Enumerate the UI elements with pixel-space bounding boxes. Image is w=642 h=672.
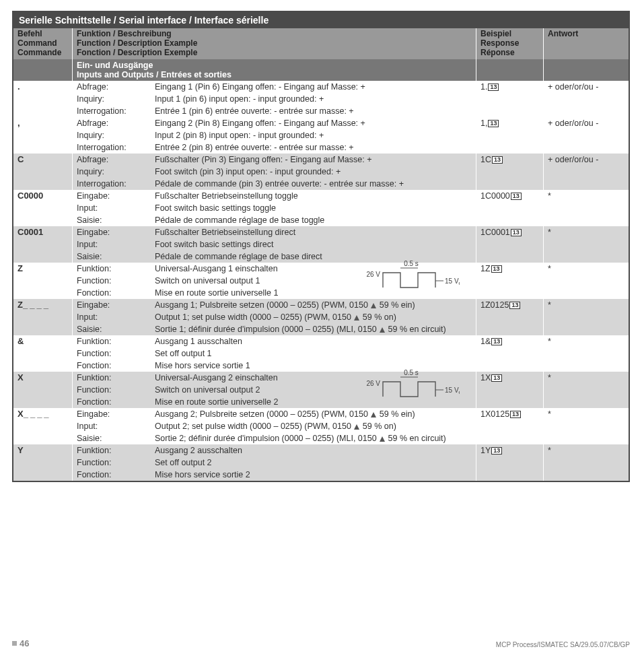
cell-answer	[544, 202, 629, 214]
cell-answer	[544, 287, 629, 299]
cell-command: &	[13, 335, 73, 347]
function-label: Eingabe:	[77, 300, 155, 310]
cell-example: 1,13	[476, 117, 544, 129]
cell-function: Abfrage:Eingang 1 (Pin 6) Eingang offen:…	[73, 81, 476, 93]
function-label: Abfrage:	[77, 81, 155, 92]
cell-command: Y	[13, 444, 73, 457]
function-description: Input 2 (pin 8) input open: - input grou…	[155, 130, 472, 141]
cell-command: ,	[13, 117, 73, 129]
cell-answer	[544, 250, 629, 263]
triangle-equals-icon	[380, 436, 385, 442]
function-label: Function:	[77, 275, 155, 286]
function-label: Funktion:	[77, 445, 155, 456]
cell-answer: + oder/or/ou -	[544, 117, 629, 129]
cell-function: Interrogation:Entrée 2 (pin 8) entrée ou…	[73, 141, 476, 154]
function-description: Fußschalter Betriebseinstellung direct	[155, 227, 472, 238]
cell-example	[476, 105, 544, 117]
footer-right: MCP Process/ISMATEC SA/29.05.07/CB/GP	[496, 641, 630, 648]
carriage-return-icon: 13	[511, 229, 522, 236]
cell-function: Funktion:Ausgang 2 ausschalten	[73, 444, 476, 457]
cell-function: Funktion:Ausgang 1 ausschalten	[73, 335, 476, 347]
function-description: Foot switch basic settings direct	[155, 239, 472, 250]
cell-command	[13, 469, 73, 481]
table-row: C0000Eingabe:Fußschalter Betriebseinstel…	[13, 190, 629, 202]
function-description: Output 2; set pulse width (0000 – 0255) …	[155, 421, 472, 432]
function-description: Sortie 1; définir durée d'impulsion (000…	[155, 324, 472, 335]
cell-answer	[544, 469, 629, 481]
table-row: X____Eingabe:Ausgang 2; Pulsbreite setze…	[13, 408, 629, 420]
cell-answer: + oder/or/ou -	[544, 154, 629, 166]
cell-function: Fonction:Mise en route sortie universell…	[73, 287, 476, 299]
function-label: Function:	[77, 384, 155, 395]
function-label: Saisie:	[77, 251, 155, 262]
cell-example	[476, 457, 544, 469]
function-label: Function:	[77, 457, 155, 468]
function-description: Entrée 1 (pin 6) entrée ouverte: - entré…	[155, 106, 472, 116]
function-label: Saisie:	[77, 324, 155, 335]
page-footer: 46 MCP Process/ISMATEC SA/29.05.07/CB/GP	[12, 638, 630, 648]
svg-text:0.5 s: 0.5 s	[404, 369, 419, 376]
cell-example	[476, 250, 544, 263]
function-label: Eingabe:	[77, 409, 155, 419]
function-description: Ausgang 2; Pulsbreite setzen (0000 – 025…	[155, 409, 472, 419]
cell-example	[476, 141, 544, 154]
table-row: Fonction:Mise hors service sortie 1	[13, 360, 629, 372]
carriage-return-icon: 13	[491, 447, 502, 455]
triangle-equals-icon	[371, 303, 376, 308]
cell-example	[476, 420, 544, 432]
triangle-equals-icon	[380, 327, 385, 333]
cell-function: Abfrage:Fußschalter (Pin 3) Eingang offe…	[73, 154, 476, 166]
cell-answer	[544, 311, 629, 323]
table-row: Fonction:Mise hors service sortie 2	[13, 469, 629, 481]
table-row: YFunktion:Ausgang 2 ausschalten1Y13*	[13, 444, 629, 457]
function-description: Ausgang 2 ausschalten	[155, 445, 472, 456]
function-label: Funktion:	[77, 263, 155, 274]
table-row: Fonction:Mise en route sortie universell…	[13, 396, 629, 408]
function-label: Saisie:	[77, 433, 155, 444]
function-label: Interrogation:	[77, 142, 155, 153]
cell-command: X	[13, 372, 73, 384]
function-description: Input 1 (pin 6) input open: - input grou…	[155, 94, 472, 104]
cell-example	[476, 238, 544, 250]
table-row: Function:Switch on universal output 1	[13, 275, 629, 287]
table-row: Input:Output 2; set pulse width (0000 – …	[13, 420, 629, 432]
carriage-return-icon: 13	[510, 411, 521, 418]
cell-example: 1C000013	[476, 190, 544, 202]
cell-function: Abfrage:Eingang 2 (Pin 8) Eingang offen:…	[73, 117, 476, 129]
cell-example	[476, 178, 544, 190]
cell-command: .	[13, 81, 73, 93]
header-command: Befehl Command Commande	[13, 28, 73, 59]
function-label: Eingabe:	[77, 191, 155, 201]
carriage-return-icon: 13	[509, 302, 520, 309]
cell-command: C0001	[13, 226, 73, 238]
cell-function: Function:Switch on universal output 2	[73, 384, 476, 396]
function-description: Universal-Ausgang 1 einschalten0.5 s26 V…	[155, 263, 472, 274]
cell-function: Saisie:Sortie 1; définir durée d'impulsi…	[73, 323, 476, 335]
cell-function: Interrogation:Pédale de commande (pin 3)…	[73, 178, 476, 190]
cell-example	[476, 166, 544, 178]
cell-command	[13, 141, 73, 154]
svg-text:0.5 s: 0.5 s	[404, 260, 419, 267]
function-label: Fonction:	[77, 360, 155, 371]
header-answer: Antwort	[544, 28, 629, 59]
cell-example: 1Z13	[476, 263, 544, 275]
function-description: Mise en route sortie universelle 1	[155, 288, 472, 298]
function-label: Fonction:	[77, 288, 155, 298]
cell-answer	[544, 129, 629, 141]
cell-example: 1C13	[476, 154, 544, 166]
table-title: Serielle Schnittstelle / Serial interfac…	[13, 12, 629, 28]
function-label: Input:	[77, 421, 155, 432]
function-description: Ausgang 1; Pulsbreite setzen (0000 – 025…	[155, 300, 472, 310]
function-label: Fonction:	[77, 397, 155, 407]
triangle-equals-icon	[354, 315, 359, 321]
page-number: 46	[12, 638, 29, 648]
function-label: Fonction:	[77, 469, 155, 480]
table-row: Interrogation:Pédale de commande (pin 3)…	[13, 178, 629, 190]
cell-function: Function:Set off output 2	[73, 457, 476, 469]
cell-answer: + oder/or/ou -	[544, 81, 629, 93]
cell-command	[13, 105, 73, 117]
cell-example: 1.13	[476, 81, 544, 93]
cell-command: C	[13, 154, 73, 166]
function-description: Pédale de commande réglage de base toggl…	[155, 215, 472, 226]
table-row: Inquiry:Input 1 (pin 6) input open: - in…	[13, 93, 629, 105]
